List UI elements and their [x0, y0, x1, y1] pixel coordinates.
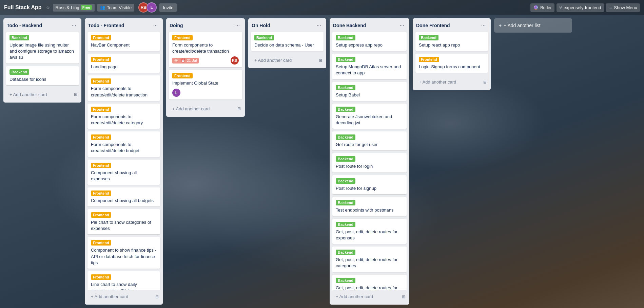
list-todo-frontend: Todo - Frontend···FrontendNavBar Compone… [85, 18, 163, 305]
list-item[interactable]: BackendDatabase for icons [6, 66, 79, 85]
butler-icon: 🔮 [533, 5, 539, 10]
add-card-button-todo-frontend[interactable]: + Add another card [87, 291, 154, 302]
card-label-backend: Backend [336, 134, 355, 140]
list-item[interactable]: FrontendForm components to create/edit/d… [87, 104, 160, 129]
list-header-doing: Doing··· [166, 18, 245, 32]
list-menu-on-hold[interactable]: ··· [315, 22, 323, 29]
list-menu-done-backend[interactable]: ··· [398, 22, 406, 29]
card-title: Get, post, edit, delete routes for categ… [336, 257, 403, 269]
add-card-button-done-backend[interactable]: + Add another card [332, 291, 401, 302]
card-label-backend: Backend [336, 156, 355, 162]
card-title: Pie chart to show categories of expenses [91, 219, 157, 232]
card-title: Post route for signup [336, 185, 403, 192]
copy-icon[interactable]: ⊞ [73, 91, 79, 98]
list-item[interactable]: FrontendComponent to show finance tips -… [87, 237, 160, 269]
avatars-group: RB L [138, 2, 157, 13]
add-card-button-on-hold[interactable]: + Add another card [251, 55, 317, 66]
list-title-todo-frontend: Todo - Frontend [88, 23, 124, 28]
card-title: Form components to create/edit/delete tr… [172, 42, 239, 54]
card-title: Setup express app repo [336, 42, 403, 48]
list-item[interactable]: BackendSetup MongoDB Atlas server and co… [332, 54, 407, 79]
card-title: Setup MongoDB Atlas server and connect t… [336, 64, 403, 76]
list-item[interactable]: FrontendComponent showing all budgets [87, 187, 160, 206]
list-item[interactable]: BackendSetup Babel [332, 82, 407, 101]
add-card-button-doing[interactable]: + Add another card [169, 104, 236, 114]
list-menu-doing[interactable]: ··· [234, 22, 241, 29]
card-label-backend: Backend [254, 35, 274, 40]
list-item[interactable]: BackendGenerate Jsonwebtoken and decodin… [332, 104, 407, 129]
copy-icon[interactable]: ⊞ [154, 293, 160, 301]
list-menu-todo-backend[interactable]: ··· [70, 22, 78, 29]
list-item[interactable]: BackendGet, post, edit, delete routes fo… [332, 219, 407, 244]
copy-icon[interactable]: ⊞ [482, 78, 488, 86]
copy-icon[interactable]: ⊞ [401, 293, 407, 301]
list-item[interactable]: BackendPost route for login [332, 153, 407, 172]
add-card-footer-on-hold: + Add another card⊞ [248, 54, 326, 68]
free-badge: Free [81, 5, 92, 10]
card-title: Login-Signup forms component [419, 64, 485, 70]
add-list-label: + Add another list [504, 23, 541, 28]
star-icon[interactable]: ☆ [46, 5, 50, 10]
list-item[interactable]: BackendPost route for signup [332, 175, 407, 194]
list-item[interactable]: BackendDecide on data schema - User [251, 32, 324, 51]
list-header-done-backend: Done Backend··· [330, 18, 409, 32]
list-item[interactable]: BackendGet, post, edit, delete routes fo… [332, 275, 407, 290]
cards-container-doing: FrontendForm components to create/edit/d… [166, 32, 245, 102]
cards-container-todo-backend: BackendUpload image file using multer an… [3, 32, 81, 88]
menu-label: Show Menu [614, 5, 637, 10]
header-right: 🔮 Butler ⑂ expensely-frontend ··· Show M… [530, 3, 640, 12]
list-item[interactable]: FrontendForm components to create/edit/d… [87, 75, 160, 101]
add-list-button[interactable]: + + Add another list [494, 18, 572, 33]
card-label-backend: Backend [336, 178, 355, 184]
list-item[interactable]: FrontendForm components to create/edit/d… [87, 131, 160, 157]
add-card-button-done-frontend[interactable]: + Add another card [415, 77, 482, 87]
list-item[interactable]: FrontendImplement Global StateL [169, 70, 242, 99]
list-item[interactable]: FrontendLogin-Signup forms component [415, 54, 488, 73]
list-item[interactable]: BackendTest endpoints with postmans [332, 197, 407, 216]
list-item[interactable]: BackendSetup express app repo [332, 32, 407, 51]
cards-container-done-backend: BackendSetup express app repoBackendSetu… [330, 32, 409, 290]
board-area: Todo - Backend···BackendUpload image fil… [0, 15, 644, 308]
card-label-backend: Backend [9, 35, 29, 40]
list-item[interactable]: FrontendForm components to create/edit/d… [169, 32, 242, 67]
repo-button[interactable]: ⑂ expensely-frontend [557, 3, 604, 12]
avatar-l[interactable]: L [147, 2, 157, 13]
list-item[interactable]: FrontendComponent showing all expenses [87, 160, 160, 185]
list-header-on-hold: On Hold··· [248, 18, 326, 32]
card-title: Setup react app repo [419, 42, 485, 48]
card-avatar: RB [231, 56, 239, 65]
github-icon: ⑂ [559, 5, 562, 10]
card-title: Test endpoints with postmans [336, 207, 403, 213]
list-item[interactable]: FrontendLanding page [87, 54, 160, 73]
butler-label: Butler [540, 5, 552, 10]
list-item[interactable]: BackendUpload image file using multer an… [6, 32, 79, 64]
list-item[interactable]: BackendGet route for get user [332, 131, 407, 150]
card-label-backend: Backend [336, 35, 355, 40]
list-item[interactable]: FrontendLine chart to show daily expense… [87, 271, 160, 290]
invite-button[interactable]: Invite [159, 3, 177, 12]
repo-label: expensely-frontend [564, 5, 601, 10]
card-title: Line chart to show daily expenses over 3… [91, 282, 157, 290]
add-card-button-todo-backend[interactable]: + Add another card [6, 89, 73, 100]
list-menu-done-frontend[interactable]: ··· [480, 22, 487, 29]
team-visible-button[interactable]: 👥 Team Visible [97, 4, 134, 12]
copy-icon[interactable]: ⊞ [236, 105, 242, 112]
card-label-backend: Backend [336, 57, 355, 62]
list-title-done-backend: Done Backend [333, 23, 366, 28]
list-menu-todo-frontend[interactable]: ··· [152, 22, 159, 29]
card-label-frontend: Frontend [172, 73, 193, 78]
list-item[interactable]: FrontendPie chart to show categories of … [87, 209, 160, 234]
list-item[interactable]: BackendSetup react app repo [415, 32, 488, 51]
card-label-frontend: Frontend [91, 35, 111, 40]
list-item[interactable]: BackendGet, post, edit, delete routes fo… [332, 247, 407, 272]
list-title-doing: Doing [170, 23, 183, 28]
card-footer: 👁⏰21 JulRB [172, 56, 239, 65]
list-item[interactable]: FrontendNavBar Component [87, 32, 160, 51]
copy-icon[interactable]: ⊞ [317, 57, 324, 64]
team-icon: 👥 [100, 5, 105, 10]
card-title: Database for icons [9, 76, 75, 83]
show-menu-button[interactable]: ··· Show Menu [606, 3, 640, 12]
card-title: Component showing all budgets [91, 198, 157, 204]
butler-button[interactable]: 🔮 Butler [530, 3, 554, 12]
card-title: Form components to create/edit/delete bu… [91, 142, 157, 154]
